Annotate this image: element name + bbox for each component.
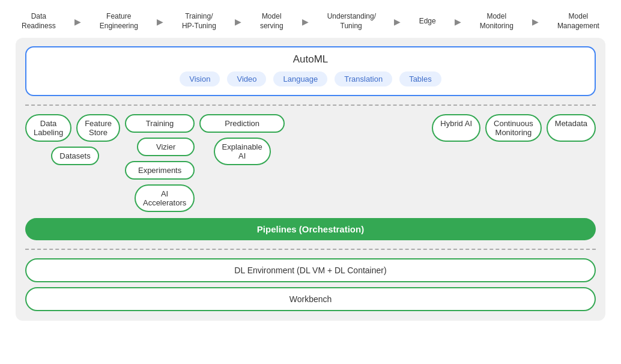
right-services: Hybrid AI Continuous Monitoring Metadata bbox=[432, 114, 596, 142]
automl-chips: Vision Video Language Translation Tables bbox=[36, 71, 585, 86]
workbench: Workbench bbox=[25, 287, 596, 311]
dl-environment: DL Environment (DL VM + DL Container) bbox=[25, 258, 596, 282]
chip-translation: Translation bbox=[335, 71, 392, 86]
service-training: Training bbox=[125, 114, 195, 133]
pipeline-header: Data Readiness ▶ Feature Engineering ▶ T… bbox=[16, 12, 605, 31]
automl-title: AutoML bbox=[36, 53, 585, 65]
dashed-divider-bottom bbox=[25, 249, 596, 250]
prediction-group: Prediction Explainable AI bbox=[199, 114, 285, 165]
step-understanding: Understanding/ Tuning bbox=[327, 12, 375, 31]
service-datasets: Datasets bbox=[51, 147, 98, 165]
arrow-icon-5: ▶ bbox=[394, 17, 401, 26]
left-services-col: Data Labeling Feature Store Datasets bbox=[25, 114, 120, 165]
chip-language: Language bbox=[273, 71, 327, 86]
chip-vision: Vision bbox=[180, 71, 220, 86]
arrow-icon-2: ▶ bbox=[157, 17, 163, 26]
training-group: Training Vizier Experiments AI Accelerat… bbox=[125, 114, 195, 212]
service-ai-accelerators: AI Accelerators bbox=[135, 184, 195, 212]
arrow-icon-3: ▶ bbox=[235, 17, 241, 26]
pipelines-bar: Pipelines (Orchestration) bbox=[25, 218, 596, 240]
step-model-monitoring: Model Monitoring bbox=[480, 12, 513, 31]
automl-section: AutoML Vision Video Language Translation… bbox=[25, 46, 596, 96]
arrow-icon-6: ▶ bbox=[455, 17, 461, 26]
service-prediction: Prediction bbox=[199, 114, 285, 133]
service-metadata: Metadata bbox=[547, 114, 596, 142]
step-feature-engineering: Feature Engineering bbox=[100, 12, 138, 31]
service-continuous-monitoring: Continuous Monitoring bbox=[485, 114, 542, 142]
service-vizier: Vizier bbox=[137, 138, 195, 156]
arrow-icon-7: ▶ bbox=[532, 17, 539, 26]
service-experiments: Experiments bbox=[125, 161, 195, 180]
service-explainable-ai: Explainable AI bbox=[214, 138, 271, 165]
step-edge: Edge bbox=[419, 17, 436, 26]
step-training: Training/ HP-Tuning bbox=[182, 12, 216, 31]
service-data-labeling: Data Labeling bbox=[25, 114, 71, 142]
chip-video: Video bbox=[227, 71, 266, 86]
services-area: Data Labeling Feature Store Datasets Tra… bbox=[25, 114, 596, 212]
chip-tables: Tables bbox=[399, 71, 441, 86]
service-hybrid-ai: Hybrid AI bbox=[432, 114, 480, 142]
arrow-icon-4: ▶ bbox=[302, 17, 309, 26]
bottom-section: DL Environment (DL VM + DL Container) Wo… bbox=[25, 258, 596, 311]
service-feature-store: Feature Store bbox=[76, 114, 120, 142]
main-box: AutoML Vision Video Language Translation… bbox=[16, 38, 605, 321]
step-model-management: Model Management bbox=[557, 12, 599, 31]
step-data-readiness: Data Readiness bbox=[22, 12, 56, 31]
diagram-container: Data Readiness ▶ Feature Engineering ▶ T… bbox=[6, 6, 615, 364]
dashed-divider-top bbox=[25, 105, 596, 106]
step-model-serving: Model serving bbox=[260, 12, 283, 31]
arrow-icon-1: ▶ bbox=[74, 17, 81, 26]
